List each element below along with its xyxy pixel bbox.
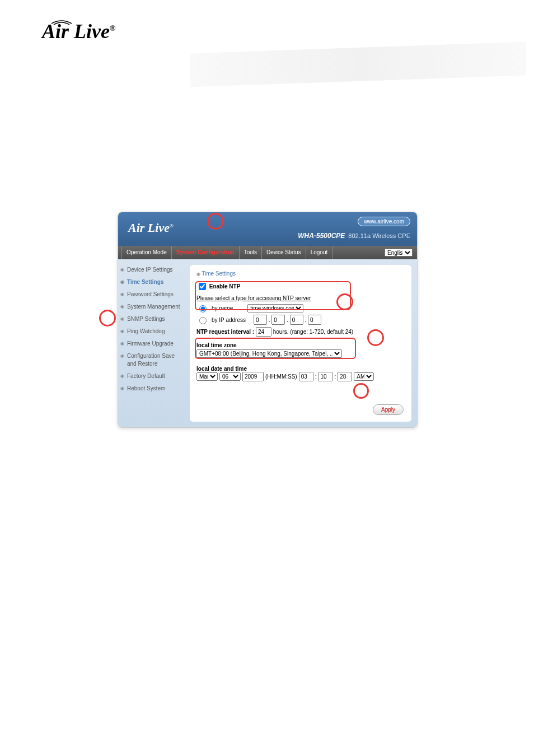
enable-ntp-checkbox[interactable] [199, 283, 206, 290]
by-name-radio[interactable] [199, 305, 207, 312]
app-logo: Air Live® [128, 221, 174, 235]
ip-octet-2[interactable] [271, 315, 285, 325]
hour-input[interactable] [299, 372, 313, 381]
sidebar-item-config-save[interactable]: Configuration Save and Restore [118, 350, 190, 370]
enable-ntp-label: Enable NTP [209, 283, 241, 290]
sidebar: Device IP Settings Time Settings Passwor… [118, 259, 190, 427]
sidebar-item-reboot[interactable]: Reboot System [118, 382, 190, 395]
by-name-row: by name time.windows.com [196, 304, 405, 312]
header-decoration [190, 42, 526, 87]
panel-title: Time Settings [196, 270, 405, 277]
apply-button[interactable]: Apply [373, 404, 404, 415]
app-window: Air Live® www.airlive.com WHA-5500CPE802… [118, 212, 418, 428]
sidebar-item-system-mgmt[interactable]: System Management [118, 301, 190, 313]
interval-input[interactable] [256, 327, 271, 337]
ampm-select[interactable]: AM [354, 372, 374, 381]
date-row: Mar 06 (HH:MM:SS) : : AM [196, 372, 405, 381]
sidebar-item-firmware[interactable]: Firmware Upgrade [118, 338, 190, 350]
nav-tools[interactable]: Tools [240, 246, 262, 259]
interval-row: NTP request interval : hours. (range: 1-… [196, 327, 405, 337]
by-ip-radio[interactable] [199, 317, 207, 324]
date-label: local date and time [196, 366, 405, 372]
nav-device-status[interactable]: Device Status [262, 246, 306, 259]
tz-select[interactable]: GMT+08:00 (Beijing, Hong Kong, Singapore… [196, 349, 342, 358]
by-ip-label: by IP address [212, 317, 246, 323]
sidebar-item-factory-default[interactable]: Factory Default [118, 370, 190, 382]
ip-octet-3[interactable] [290, 315, 303, 325]
app-header: Air Live® www.airlive.com WHA-5500CPE802… [118, 212, 417, 246]
second-input[interactable] [338, 372, 352, 381]
sidebar-item-password[interactable]: Password Settings [118, 288, 190, 301]
main-content: Device IP Settings Time Settings Passwor… [118, 259, 417, 427]
url-link[interactable]: www.airlive.com [358, 217, 410, 226]
day-select[interactable]: 06 [219, 372, 241, 381]
annotation-circle [99, 310, 116, 326]
sidebar-item-snmp[interactable]: SNMP Settings [118, 313, 190, 325]
sidebar-item-device-ip[interactable]: Device IP Settings [118, 264, 190, 276]
nav-operation-mode[interactable]: Operation Mode [121, 246, 172, 259]
sidebar-item-time-settings[interactable]: Time Settings [118, 276, 190, 288]
year-input[interactable] [242, 372, 264, 381]
model-label: WHA-5500CPE802.11a Wireless CPE [298, 232, 410, 240]
select-type-label: Please select a type for accessing NTP s… [196, 295, 405, 301]
interval-hint: hours. (range: 1-720, default 24) [273, 329, 353, 335]
language-select[interactable]: English [385, 249, 413, 256]
ip-octet-1[interactable] [254, 315, 267, 325]
tz-label: local time zone [196, 342, 405, 348]
nav-logout[interactable]: Logout [306, 246, 333, 259]
by-name-label: by name [212, 305, 233, 311]
page-logo: Air Live® [42, 20, 115, 43]
content-panel: Time Settings Enable NTP Please select a… [190, 265, 411, 422]
hhmmss-label: (HH:MM:SS) [265, 374, 297, 380]
interval-label: NTP request interval : [196, 329, 254, 335]
ntp-server-select[interactable]: time.windows.com [247, 304, 303, 312]
minute-input[interactable] [318, 372, 332, 381]
ip-octet-4[interactable] [308, 315, 321, 325]
nav-system-configuration[interactable]: System Configuration [172, 246, 240, 259]
enable-ntp-row: Enable NTP [196, 281, 405, 292]
sidebar-item-ping-watchdog[interactable]: Ping Watchdog [118, 325, 190, 338]
month-select[interactable]: Mar [196, 372, 218, 381]
nav-bar: Operation Mode System Configuration Tool… [118, 246, 417, 259]
by-ip-row: by IP address . . . [196, 315, 405, 325]
